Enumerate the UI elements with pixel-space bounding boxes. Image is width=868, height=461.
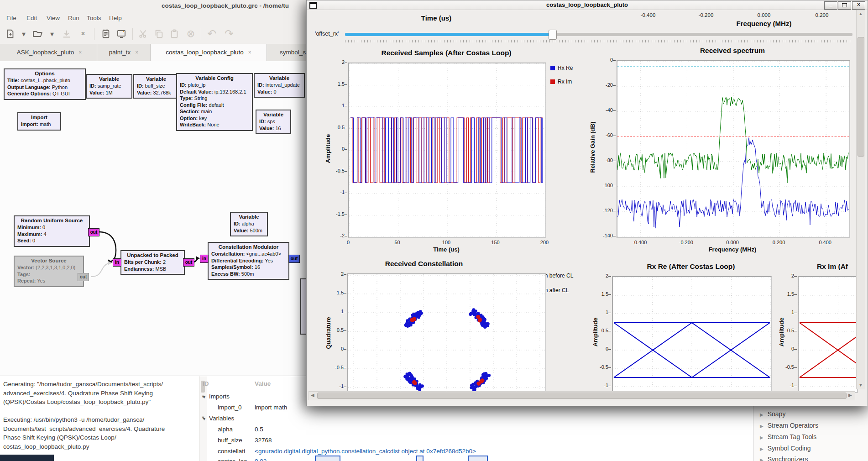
- open-file-button[interactable]: [31, 27, 44, 40]
- block-import-math[interactable]: Import Import: math: [17, 112, 61, 131]
- column-header-value[interactable]: Value: [255, 380, 271, 387]
- port-vector-source-out[interactable]: out: [78, 273, 89, 281]
- plot-rx-im[interactable]: [798, 276, 858, 393]
- redo-button[interactable]: ↷: [223, 27, 235, 40]
- tree-item-stream-operators[interactable]: ▶Stream Operators: [760, 422, 818, 429]
- qt-vertical-scrollbar[interactable]: ▲ ▼: [856, 10, 865, 389]
- qt-flowgraph-window[interactable]: costas_loop_loopback_pluto _ × Time (us)…: [306, 0, 868, 406]
- triangle-right-icon[interactable]: ▶: [760, 457, 763, 461]
- column-header-id[interactable]: ID: [203, 380, 209, 387]
- scrollbar-thumb[interactable]: [858, 37, 864, 157]
- tab-costas-loop-loopback-pluto[interactable]: costas_loop_loopback_pluto×: [151, 44, 267, 63]
- menu-file[interactable]: File: [4, 14, 19, 22]
- port-constellation-modulator-in[interactable]: in: [200, 255, 209, 263]
- slider-fill: [345, 33, 552, 36]
- var-row-buff-size[interactable]: buff_size32768: [218, 437, 242, 446]
- block-variable-samp-rate[interactable]: Variable ID: samp_rate Value: 1M: [86, 74, 132, 99]
- scroll-right-icon[interactable]: ▶: [848, 393, 852, 398]
- block-variable-alpha[interactable]: Variable ID: alpha Value: 500m: [230, 212, 268, 236]
- var-row-alpha[interactable]: alpha0.5: [218, 426, 233, 435]
- background-window-fragment: [315, 456, 340, 461]
- block-options[interactable]: Options Title: costas_l...pback_pluto Ou…: [4, 68, 86, 100]
- plot-received-constellation[interactable]: [347, 273, 546, 395]
- triangle-right-icon[interactable]: ▶: [760, 435, 763, 440]
- var-row-import-0[interactable]: import_0import math: [218, 404, 242, 413]
- port-constellation-modulator-out[interactable]: out: [288, 255, 300, 263]
- menu-tools[interactable]: Tools: [84, 14, 104, 22]
- triangle-down-icon[interactable]: ▼: [202, 395, 206, 399]
- menu-view[interactable]: View: [44, 14, 63, 22]
- tree-item-stream-tag-tools[interactable]: ▶Stream Tag Tools: [760, 433, 816, 440]
- new-file-dropdown-icon[interactable]: ▾: [17, 27, 30, 40]
- axis-tick-label: 1: [778, 309, 794, 315]
- triangle-down-icon[interactable]: ▼: [202, 417, 206, 421]
- legend-item-rx-im[interactable]: Rx Im: [550, 79, 572, 85]
- scroll-down-icon[interactable]: ▼: [857, 383, 865, 388]
- open-file-dropdown-icon[interactable]: ▾: [46, 27, 58, 40]
- axis-tick-mark: [608, 276, 611, 277]
- var-row-costas-loop[interactable]: costas_loo0.02: [218, 458, 247, 461]
- var-row-constellation[interactable]: constellati<gnuradio.digital.digital_pyt…: [218, 448, 245, 457]
- axis-tick-mark: [344, 312, 346, 312]
- offset-rx-slider[interactable]: [345, 33, 852, 36]
- block-variable-interval-update[interactable]: Variable ID: interval_update Value: 0: [254, 73, 305, 98]
- axis-tick-label: -0.400: [628, 240, 651, 245]
- tab-ask-loopback-pluto[interactable]: ASK_loopback_pluto×: [2, 44, 97, 61]
- plot-rx-re[interactable]: [612, 276, 772, 393]
- console-panel[interactable]: Generating: "/home/tudor_gansca/Document…: [0, 376, 199, 461]
- tab-close-icon[interactable]: ×: [135, 49, 138, 56]
- cut-button[interactable]: [137, 27, 150, 40]
- new-file-button[interactable]: [4, 27, 16, 40]
- qt-title-bar[interactable]: costas_loop_loopback_pluto _ ×: [307, 0, 868, 10]
- paste-button[interactable]: [168, 27, 181, 40]
- block-variable-buff-size[interactable]: Variable ID: buff_size Value: 32.768k: [133, 74, 179, 99]
- block-unpacked-to-packed[interactable]: Unpacked to Packed Bits per Chunk: 2 End…: [120, 250, 185, 275]
- kill-flowgraph-button[interactable]: ⊗: [184, 27, 197, 40]
- axis-tick-label: 100: [435, 240, 458, 245]
- port-random-source-out[interactable]: out: [88, 228, 99, 236]
- var-row-imports[interactable]: ▼Imports: [202, 393, 230, 402]
- port-unpacked-in[interactable]: in: [113, 258, 121, 267]
- close-button[interactable]: ×: [852, 1, 865, 10]
- tree-item-synchronizers[interactable]: ▶Synchronizers: [760, 456, 808, 461]
- plot-received-samples[interactable]: [348, 63, 546, 238]
- triangle-right-icon[interactable]: ▶: [760, 412, 763, 417]
- copy-button[interactable]: [152, 27, 165, 40]
- execute-flowgraph-button[interactable]: [115, 27, 128, 40]
- generate-flowgraph-button[interactable]: [99, 27, 112, 40]
- menu-help[interactable]: Help: [106, 14, 125, 22]
- menu-run[interactable]: Run: [65, 14, 82, 22]
- menu-edit[interactable]: Edit: [24, 14, 40, 22]
- axis-tick-mark: [345, 171, 347, 172]
- block-vector-source-disabled[interactable]: Vector Source Vector: (2,2,3,1,3,1,0,2,0…: [14, 256, 84, 287]
- axis-tick-mark: [613, 211, 616, 211]
- minimize-button[interactable]: _: [824, 1, 837, 10]
- legend-item-rx-re[interactable]: Rx Re: [550, 65, 573, 71]
- tree-item-soapy[interactable]: ▶Soapy: [760, 410, 785, 418]
- undo-button[interactable]: ↶: [205, 27, 218, 40]
- slider-handle[interactable]: [549, 30, 557, 40]
- block-variable-config-pluto-ip[interactable]: Variable Config ID: pluto_ip Default Val…: [176, 73, 253, 131]
- maximize-button[interactable]: [838, 1, 851, 10]
- triangle-right-icon[interactable]: ▶: [760, 424, 763, 429]
- tab-close-icon[interactable]: ×: [78, 49, 82, 56]
- triangle-right-icon[interactable]: ▶: [760, 446, 763, 451]
- var-row-variables[interactable]: ▼Variables: [202, 415, 234, 424]
- block-random-uniform-source[interactable]: Random Uniform Source Minimum: 0 Maximum…: [14, 215, 90, 247]
- qt-horizontal-scrollbar[interactable]: ◀ ▶: [309, 391, 855, 400]
- tab-paint-tx[interactable]: paint_tx×: [97, 44, 151, 61]
- axis-tick-label: 0.000: [721, 240, 744, 245]
- scroll-up-icon[interactable]: ▲: [857, 11, 865, 16]
- axis-tick-label: -40: [596, 107, 613, 113]
- close-tab-button[interactable]: ×: [77, 27, 89, 40]
- scroll-left-icon[interactable]: ◀: [311, 393, 314, 398]
- scrollbar-thumb[interactable]: [317, 393, 847, 399]
- block-title: Unpacked to Packed: [124, 252, 181, 258]
- port-unpacked-out[interactable]: out: [183, 258, 194, 267]
- plot-received-spectrum[interactable]: [617, 60, 850, 238]
- tab-close-icon[interactable]: ×: [248, 49, 251, 56]
- tree-item-symbol-coding[interactable]: ▶Symbol Coding: [760, 445, 811, 452]
- save-button[interactable]: [60, 27, 73, 40]
- block-constellation-modulator[interactable]: Constellation Modulator Constellation: <…: [208, 242, 289, 280]
- block-variable-sps[interactable]: Variable ID: sps Value: 16: [256, 110, 291, 134]
